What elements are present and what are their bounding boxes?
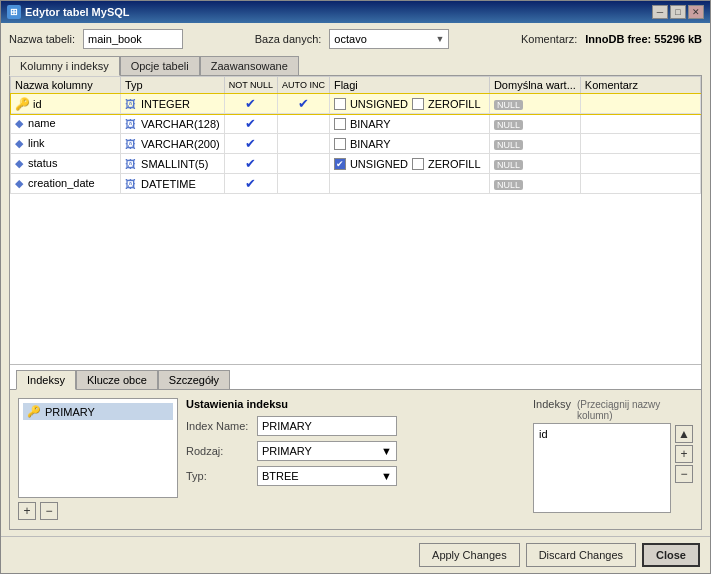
tab-advanced[interactable]: Zaawansowane [200,56,299,76]
table-row[interactable]: ◆ name 🖼 VARCHAR(128) ✔ [11,114,701,134]
index-columns-list: id [533,423,671,513]
cell-name: ◆ creation_date [11,174,121,194]
add-index-button[interactable]: + [18,502,36,520]
cell-type: 🖼 DATETIME [121,174,225,194]
zerofill-checkbox[interactable] [412,158,424,170]
minimize-button[interactable]: ─ [652,5,668,19]
col-type-value: VARCHAR(200) [141,138,220,150]
index-rodzaj-value: PRIMARY [262,445,312,457]
cell-default: NULL [489,154,580,174]
index-list-controls: + − [18,502,178,520]
cell-default: NULL [489,114,580,134]
check-notnull: ✔ [245,116,256,131]
type-icon: 🖼 [125,118,136,130]
index-name: PRIMARY [45,406,95,418]
col-type-value: SMALLINT(5) [141,158,208,170]
index-typ-value: BTREE [262,470,299,482]
cell-auto [278,174,330,194]
form-row-name: Index Name: [186,416,525,436]
col-name-value: name [28,117,56,129]
table-row[interactable]: ◆ status 🖼 SMALLINT(5) ✔ [11,154,701,174]
index-rodzaj-dropdown[interactable]: PRIMARY ▼ [257,441,397,461]
null-badge: NULL [494,180,523,190]
zerofill-label: ZEROFILL [428,158,481,170]
key-icon: 🔑 [15,97,30,111]
cell-default: NULL [489,94,580,114]
cell-type: 🖼 VARCHAR(200) [121,134,225,154]
remove-col-button[interactable]: − [675,465,693,483]
apply-changes-button[interactable]: Apply Changes [419,543,520,567]
close-button[interactable]: Close [642,543,700,567]
tab-columns-indexes[interactable]: Kolumny i indeksy [9,56,120,76]
maximize-button[interactable]: □ [670,5,686,19]
col-header-default: Domyślna wart... [489,77,580,94]
cell-flags: UNSIGNED ZEROFILL [329,94,489,114]
col-header-flags: Flagi [329,77,489,94]
col-name-value: status [28,157,57,169]
cell-type: 🖼 VARCHAR(128) [121,114,225,134]
table-row[interactable]: ◆ link 🖼 VARCHAR(200) ✔ [11,134,701,154]
table-row[interactable]: ◆ creation_date 🖼 DATETIME ✔ [11,174,701,194]
col-name-value: creation_date [28,177,95,189]
binary-label: BINARY [350,118,391,130]
columns-scroll[interactable]: Nazwa kolumny Typ NOT NULL AUTO INC Flag… [10,76,701,194]
col-icon: ◆ [15,137,23,149]
index-name-label: Index Name: [186,420,251,432]
db-dropdown-arrow: ▼ [435,34,444,44]
check-auto: ✔ [298,96,309,111]
cell-comment [580,174,700,194]
col-name-value: id [33,98,42,110]
index-list-container: 🔑 PRIMARY + − [18,398,178,521]
index-settings-title: Ustawienia indeksu [186,398,525,410]
cell-comment [580,134,700,154]
col-type-value: VARCHAR(128) [141,118,220,130]
bottom-section: Indeksy Klucze obce Szczegóły 🔑 PRIMARY [10,364,701,529]
type-icon: 🖼 [125,178,136,190]
list-item: id [537,427,667,441]
index-typ-arrow: ▼ [381,470,392,482]
discard-changes-button[interactable]: Discard Changes [526,543,636,567]
index-name-input[interactable] [257,416,397,436]
type-icon: 🖼 [125,158,136,170]
null-badge: NULL [494,140,523,150]
tab-indexes[interactable]: Indeksy [16,370,76,390]
cell-name: ◆ link [11,134,121,154]
move-up-button[interactable]: ▲ [675,425,693,443]
col-icon: ◆ [15,117,23,129]
unsigned-checkbox[interactable]: ✔ [334,158,346,170]
form-row-type: Rodzaj: PRIMARY ▼ [186,441,525,461]
tab-foreign-keys[interactable]: Klucze obce [76,370,158,390]
col-icon: ◆ [15,177,23,189]
close-button[interactable]: ✕ [688,5,704,19]
index-typ-dropdown[interactable]: BTREE ▼ [257,466,397,486]
db-dropdown-value: octavo [334,33,366,45]
index-col-controls: ▲ + − [675,425,693,513]
type-icon: 🖼 [125,98,136,110]
index-columns-sublabel: (Przeciągnij nazwy kolumn) [577,399,693,421]
remove-index-button[interactable]: − [40,502,58,520]
cell-comment [580,114,700,134]
binary-checkbox[interactable] [334,138,346,150]
col-header-auto: AUTO INC [278,77,330,94]
col-header-name: Nazwa kolumny [11,77,121,94]
tab-table-options[interactable]: Opcje tabeli [120,56,200,76]
index-typ-label: Typ: [186,470,251,482]
index-rodzaj-arrow: ▼ [381,445,392,457]
table-name-input[interactable] [83,29,183,49]
binary-checkbox[interactable] [334,118,346,130]
tab-details[interactable]: Szczegóły [158,370,230,390]
title-bar: ⊞ Edytor tabel MySQL ─ □ ✕ [1,1,710,23]
add-col-button[interactable]: + [675,445,693,463]
list-item[interactable]: 🔑 PRIMARY [23,403,173,420]
db-dropdown[interactable]: octavo ▼ [329,29,449,49]
cell-auto [278,154,330,174]
bottom-tab-row: Indeksy Klucze obce Szczegóły [10,365,701,389]
zerofill-checkbox[interactable] [412,98,424,110]
unsigned-checkbox[interactable] [334,98,346,110]
cell-comment [580,94,700,114]
cell-flags: BINARY [329,114,489,134]
index-settings: Ustawienia indeksu Index Name: Rodzaj: P… [186,398,525,521]
table-row[interactable]: 🔑 id 🖼 INTEGER ✔ ✔ [11,94,701,114]
main-content: Nazwa tabeli: Baza danych: octavo ▼ Kome… [1,23,710,536]
cell-notnull: ✔ [224,134,277,154]
